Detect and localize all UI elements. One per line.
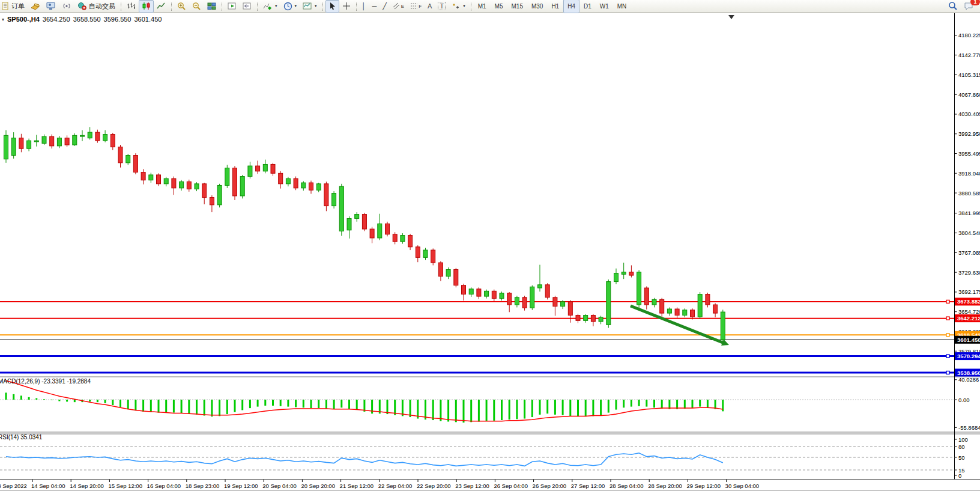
- signals-button[interactable]: [59, 0, 74, 13]
- text-tool[interactable]: A: [425, 0, 435, 13]
- svg-text:19 Sep 12:00: 19 Sep 12:00: [224, 483, 258, 489]
- autotrading-button[interactable]: 自动交易: [74, 0, 118, 13]
- channel-icon: [393, 2, 401, 10]
- svg-text:3804.540: 3804.540: [958, 230, 980, 236]
- autotrading-label: 自动交易: [89, 2, 115, 11]
- svg-text:3880.585: 3880.585: [958, 190, 980, 197]
- channel-icon-letter: E: [401, 4, 404, 9]
- crosshair-tool-button[interactable]: [339, 0, 354, 13]
- ohlc-close: 3601.450: [135, 16, 162, 23]
- bar-chart-mode-button[interactable]: [124, 0, 139, 13]
- price-lines[interactable]: [0, 300, 955, 374]
- chevron-down-icon: ▾: [275, 4, 277, 8]
- auto-scroll-icon: [228, 2, 237, 10]
- svg-text:3992.950: 3992.950: [958, 130, 980, 137]
- svg-text:0: 0: [958, 472, 961, 479]
- chart-canvas[interactable]: 4180.2254142.7704105.3154067.8604030.405…: [0, 13, 980, 491]
- indicators-dropdown[interactable]: ▾: [260, 0, 280, 13]
- timeframe-button-m5[interactable]: M5: [491, 0, 507, 13]
- candlestick-mode-button[interactable]: [139, 0, 154, 13]
- svg-text:50: 50: [958, 454, 965, 461]
- pane-separators[interactable]: [0, 13, 980, 491]
- svg-text:16 Sep 04:00: 16 Sep 04:00: [147, 483, 181, 489]
- timeframe-button-m1[interactable]: M1: [474, 0, 491, 13]
- templates-dropdown[interactable]: ▾: [300, 0, 320, 13]
- new-order-button[interactable]: 订单: [0, 0, 28, 13]
- vertical-line-icon: │: [362, 2, 366, 10]
- equidistant-channel-tool[interactable]: E: [390, 0, 407, 13]
- gold-icon: [31, 2, 40, 10]
- timeframe-button-h4[interactable]: H4: [563, 0, 579, 13]
- svg-text:3654.720: 3654.720: [958, 308, 980, 315]
- svg-text:3673.882: 3673.882: [957, 298, 980, 305]
- macd-pane: 40.02860.00-55.8684: [0, 376, 980, 431]
- toolbar-separator: [322, 2, 323, 11]
- notifications-button[interactable]: 1: [961, 0, 976, 13]
- ohlc-open: 3654.250: [43, 16, 70, 23]
- zoom-out-button[interactable]: [189, 0, 204, 13]
- horizontal-line-tool[interactable]: ─: [369, 0, 380, 13]
- chart-shift-marker[interactable]: [728, 15, 734, 19]
- timeframe-button-w1[interactable]: W1: [596, 0, 613, 13]
- svg-text:18 Sep 23:00: 18 Sep 23:00: [186, 483, 220, 489]
- svg-text:3955.495: 3955.495: [958, 150, 980, 157]
- vertical-line-tool[interactable]: │: [359, 0, 369, 13]
- horizontal-line-icon: ─: [372, 2, 377, 10]
- time-axis: 13 Sep 202214 Sep 04:0014 Sep 20:0015 Se…: [0, 480, 759, 489]
- svg-text:14 Sep 04:00: 14 Sep 04:00: [31, 483, 65, 489]
- macd-label: MACD(12,26,9) -23.3391 -19.2884: [0, 378, 91, 385]
- arrows-dropdown[interactable]: ▾: [449, 0, 468, 13]
- toolbar-separator: [121, 2, 121, 11]
- svg-text:26 Sep 20:00: 26 Sep 20:00: [533, 483, 567, 489]
- search-button[interactable]: [945, 0, 961, 13]
- text-label-tool[interactable]: T: [435, 0, 449, 13]
- svg-text:20 Sep 20:00: 20 Sep 20:00: [301, 483, 335, 489]
- svg-text:15 Sep 12:00: 15 Sep 12:00: [108, 483, 142, 489]
- svg-text:28 Sep 04:00: 28 Sep 04:00: [609, 483, 644, 489]
- svg-text:4105.315: 4105.315: [958, 72, 980, 78]
- zoom-in-button[interactable]: [174, 0, 189, 13]
- candlestick-icon: [142, 2, 151, 10]
- text-tool-icon: A: [428, 2, 432, 10]
- fibonacci-tool[interactable]: F: [407, 0, 425, 13]
- timeframe-button-m30[interactable]: M30: [527, 0, 547, 13]
- timeframe-button-h1[interactable]: H1: [547, 0, 563, 13]
- timeframe-button-d1[interactable]: D1: [579, 0, 596, 13]
- market-watch-button[interactable]: [28, 0, 43, 13]
- cursor-tool-button[interactable]: [325, 0, 339, 13]
- ohlc-high: 3658.550: [73, 16, 101, 23]
- zoom-out-icon: [192, 2, 201, 11]
- trendline-tool[interactable]: ╱: [380, 0, 390, 13]
- svg-text:4180.225: 4180.225: [958, 32, 980, 38]
- svg-text:4067.860: 4067.860: [958, 91, 980, 98]
- line-chart-mode-button[interactable]: [154, 0, 169, 13]
- chart-shift-button[interactable]: [240, 0, 255, 13]
- search-icon: [948, 1, 958, 11]
- timeframe-button-m15[interactable]: M15: [507, 0, 527, 13]
- terminal-icon: [46, 2, 56, 10]
- periods-dropdown[interactable]: ▾: [280, 0, 300, 13]
- terminal-button[interactable]: [43, 0, 59, 13]
- ohlc-low: 3596.550: [104, 16, 132, 23]
- fibonacci-icon: [410, 2, 418, 10]
- signal-icon: [62, 2, 71, 10]
- crosshair-icon: [342, 2, 351, 10]
- candles: [4, 127, 725, 342]
- chevron-down-icon: ▾: [463, 4, 465, 8]
- chevron-down-icon: ▾: [2, 17, 4, 22]
- order-button-label: 订单: [11, 2, 25, 11]
- timeframe-button-mn[interactable]: MN: [613, 0, 631, 13]
- svg-text:0.00: 0.00: [958, 397, 970, 403]
- svg-text:27 Sep 12:00: 27 Sep 12:00: [571, 483, 605, 489]
- timeframe-buttons: M1M5M15M30H1H4D1W1MN: [474, 0, 631, 13]
- zoom-in-icon: [177, 2, 186, 11]
- auto-scroll-button[interactable]: [225, 0, 240, 13]
- svg-text:13 Sep 2022: 13 Sep 2022: [0, 483, 27, 489]
- toolbar-separator: [356, 2, 357, 11]
- indicators-icon: [263, 2, 273, 10]
- main-toolbar: 订单 自动交易: [0, 0, 980, 13]
- tile-windows-button[interactable]: [204, 0, 219, 13]
- autotrading-icon: [77, 2, 87, 10]
- svg-text:80: 80: [958, 444, 965, 450]
- toolbar-separator: [171, 2, 172, 11]
